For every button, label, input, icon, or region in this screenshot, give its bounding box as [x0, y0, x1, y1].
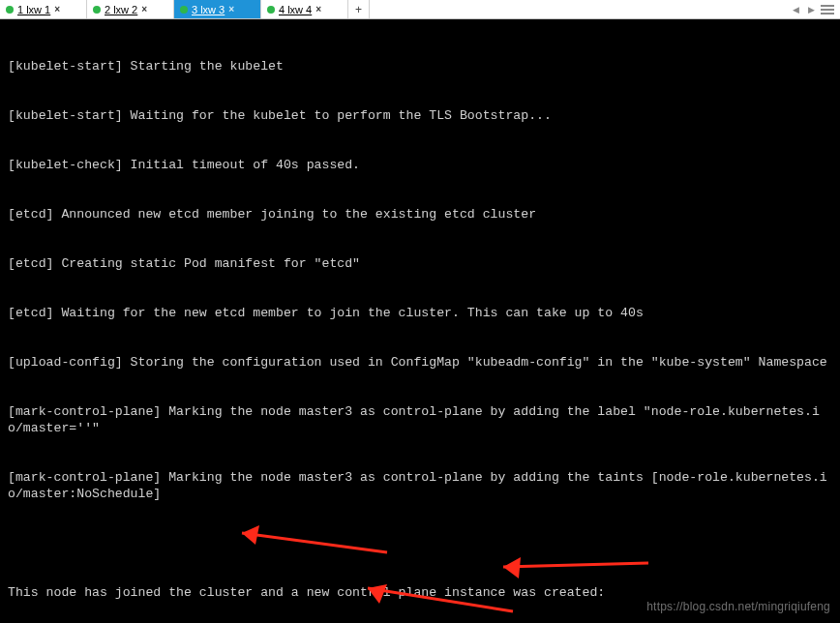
terminal-line: [kubelet-start] Starting the kubelet	[8, 58, 832, 74]
scroll-left-icon[interactable]: ◀	[790, 4, 801, 15]
new-tab-button[interactable]: +	[348, 0, 370, 18]
tab-4[interactable]: 4 lxw 4 ×	[261, 0, 348, 18]
close-icon[interactable]: ×	[54, 4, 60, 15]
close-icon[interactable]: ×	[141, 4, 147, 15]
status-dot-icon	[6, 6, 14, 14]
terminal-line: [etcd] Announced new etcd member joining…	[8, 206, 832, 222]
tab-3[interactable]: 3 lxw 3 ×	[174, 0, 261, 18]
terminal-output[interactable]: [kubelet-start] Starting the kubelet [ku…	[0, 19, 840, 623]
terminal-line	[8, 535, 832, 551]
terminal-line: [upload-config] Storing the configuratio…	[8, 354, 832, 371]
status-dot-icon	[180, 6, 188, 14]
terminal-line: [mark-control-plane] Marking the node ma…	[8, 469, 832, 502]
close-icon[interactable]: ×	[228, 4, 234, 15]
menu-icon[interactable]	[821, 5, 834, 15]
tab-controls: ◀ ▶	[784, 0, 840, 18]
terminal-line: [kubelet-check] Initial timeout of 40s p…	[8, 157, 832, 173]
terminal-line: [mark-control-plane] Marking the node ma…	[8, 403, 832, 436]
tab-2[interactable]: 2 lxw 2 ×	[87, 0, 174, 18]
status-dot-icon	[93, 6, 101, 14]
close-icon[interactable]: ×	[315, 4, 321, 15]
status-dot-icon	[267, 6, 275, 14]
annotation-arrow-icon	[484, 553, 658, 582]
svg-marker-3	[503, 557, 521, 578]
tab-1[interactable]: 1 lxw 1 ×	[0, 0, 87, 18]
terminal-line: [etcd] Creating static Pod manifest for …	[8, 255, 832, 272]
scroll-right-icon[interactable]: ▶	[805, 4, 817, 15]
tab-label: 4 lxw 4	[279, 4, 312, 15]
svg-line-2	[503, 563, 648, 567]
tab-label: 1 lxw 1	[17, 4, 50, 15]
tab-label: 3 lxw 3	[192, 4, 225, 15]
terminal-line: [kubelet-start] Waiting for the kubelet …	[8, 107, 832, 124]
terminal-line: [etcd] Waiting for the new etcd member t…	[8, 305, 832, 321]
watermark: https://blog.csdn.net/mingriqiufeng	[646, 599, 830, 615]
tab-strip: 1 lxw 1 × 2 lxw 2 × 3 lxw 3 × 4 lxw 4 × …	[0, 0, 840, 19]
tab-label: 2 lxw 2	[105, 4, 137, 15]
